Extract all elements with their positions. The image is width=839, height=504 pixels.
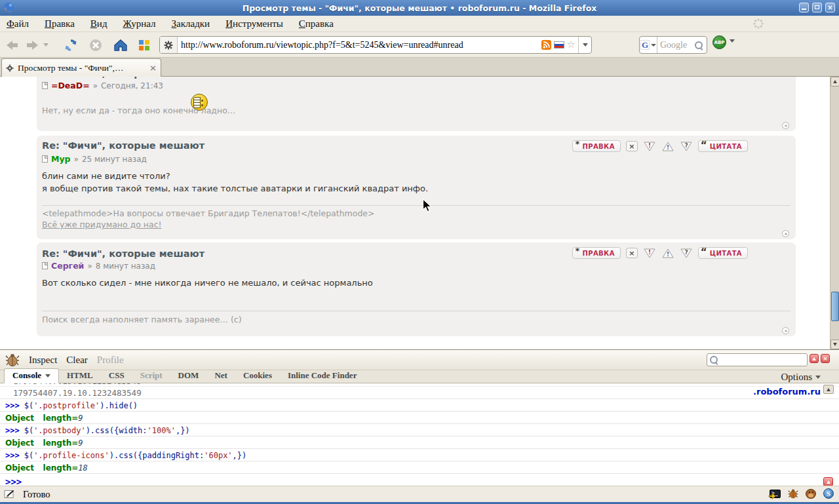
menu-history[interactable]: Журнал	[123, 18, 156, 29]
report-button[interactable]: !	[643, 141, 656, 152]
scrollbar-thumb[interactable]	[831, 292, 839, 321]
question-button[interactable]: ?	[680, 141, 693, 152]
console2-icon[interactable]: >_	[770, 490, 781, 498]
close-button[interactable]: ×	[825, 3, 835, 12]
bookmark-star-icon[interactable]: ☆	[567, 40, 576, 50]
menu-file[interactable]: Файл	[7, 18, 29, 29]
rss-icon[interactable]	[541, 40, 551, 50]
post-page-icon[interactable]	[42, 82, 48, 89]
console-command-row: >>>$('.profile-icons').css({paddingRight…	[0, 449, 839, 461]
post3-author[interactable]: Сергей	[51, 261, 84, 271]
quote-button[interactable]: “ЦИТАТА	[698, 247, 748, 259]
scroll-down-button[interactable]	[830, 339, 839, 349]
url-dropdown-button[interactable]	[578, 37, 591, 53]
firebug-tab-console[interactable]: Console	[4, 368, 59, 383]
back-to-top-button[interactable]	[782, 230, 789, 237]
back-to-top-button[interactable]	[782, 122, 789, 129]
firebug-options-button[interactable]: Options	[781, 372, 821, 383]
menu-tools[interactable]: Инструменты	[225, 18, 283, 29]
s-extension-icon[interactable]: S	[823, 488, 834, 499]
page-scrollbar[interactable]	[830, 77, 839, 349]
post1-author[interactable]: =DeaD=	[51, 81, 90, 90]
search-engine-button[interactable]: G	[640, 37, 657, 53]
console-command-line[interactable]: >>>	[0, 474, 839, 486]
menu-edit[interactable]: Правка	[45, 18, 75, 29]
reload-button[interactable]	[60, 32, 81, 58]
tab-close-icon[interactable]: ×	[149, 64, 157, 72]
object-link[interactable]: Object	[5, 463, 34, 473]
edit-button[interactable]: *ПРАВКА	[572, 140, 620, 152]
firebug-profile-button[interactable]: Profile	[97, 355, 124, 366]
status-text: Готово	[23, 489, 50, 500]
forward-button[interactable]	[24, 32, 41, 58]
speed-dial-icon[interactable]	[136, 32, 152, 58]
maximize-button[interactable]	[812, 3, 822, 12]
console-scroll-up-button[interactable]	[823, 385, 834, 394]
firebug-tab-net[interactable]: Net	[206, 369, 235, 383]
object-link[interactable]: Object	[5, 438, 34, 448]
menu-bookmarks[interactable]: Закладки	[172, 18, 210, 29]
stop-button[interactable]	[85, 32, 106, 58]
post-page-icon[interactable]	[42, 262, 48, 269]
object-link[interactable]: Object	[5, 414, 34, 423]
firebug-tab-cookies[interactable]: Cookies	[235, 369, 280, 383]
firebug-inspect-button[interactable]: Inspect	[29, 355, 57, 366]
post2-time: 25 минут назад	[82, 155, 147, 164]
post2-signature-link[interactable]: Всё уже придумано до нас!	[42, 220, 162, 229]
russian-flag-icon[interactable]	[554, 41, 564, 48]
post2-author[interactable]: Мур	[51, 154, 71, 164]
adblock-dropdown-icon[interactable]	[730, 43, 735, 54]
post2-meta: Мур » 25 минут назад	[42, 154, 147, 164]
firebug-search-box[interactable]	[707, 353, 808, 366]
tab-topic[interactable]: Просмотр темы - "Фичи",… ×	[1, 58, 161, 77]
firebug-clear-button[interactable]: Clear	[66, 355, 87, 366]
command-editor-toggle-button[interactable]	[823, 477, 833, 486]
mouse-cursor	[422, 199, 432, 213]
menu-view[interactable]: Вид	[90, 18, 107, 29]
search-bar[interactable]: G	[639, 36, 707, 54]
history-dropdown-icon[interactable]	[41, 32, 51, 58]
adblock-icon[interactable]: ABP	[712, 35, 726, 49]
delete-button[interactable]: ×	[626, 248, 638, 258]
warn-button[interactable]: !	[661, 248, 674, 259]
warn-button[interactable]: !	[661, 141, 674, 152]
post-page-icon[interactable]	[42, 155, 48, 163]
firebug-minimize-button[interactable]	[810, 354, 819, 363]
home-button[interactable]	[110, 32, 131, 58]
quote-button[interactable]: “ЦИТАТА	[698, 140, 748, 152]
window-title: Просмотр темы - "Фичи", которые мешают •…	[0, 3, 839, 13]
url-bar[interactable]: http://www.roboforum.ru/viewtopic.php?f=…	[159, 36, 592, 54]
console-result-row: Object length=18	[0, 461, 839, 474]
search-input[interactable]	[657, 39, 695, 51]
firebug-close-button[interactable]: ×	[821, 354, 830, 363]
greasemonkey-icon[interactable]	[806, 489, 816, 499]
menu-help[interactable]: Справка	[299, 18, 334, 29]
google-icon: G	[640, 40, 650, 50]
back-button[interactable]	[4, 32, 21, 58]
post2-body-line2: я вобще против такой темы, нах такие тол…	[42, 184, 428, 193]
question-button[interactable]: ?	[680, 248, 693, 259]
firebug-status-icon[interactable]	[788, 488, 798, 499]
url-input[interactable]: http://www.roboforum.ru/viewtopic.php?f=…	[178, 40, 541, 50]
console-command-row: >>>$('.postbody').css({width:'100%',})	[0, 424, 839, 436]
report-button[interactable]: !	[643, 248, 656, 259]
firebug-tab-html[interactable]: HTML	[59, 369, 101, 383]
firebug-tab-inline-code-finder[interactable]: Inline Code Finder	[280, 369, 364, 383]
minimize-button[interactable]	[799, 3, 809, 12]
firebug-search-input[interactable]	[720, 355, 807, 365]
console-source-link[interactable]: .roboforum.ru	[753, 387, 821, 397]
delete-button[interactable]: ×	[626, 141, 638, 151]
firebug-tab-dom[interactable]: DOM	[170, 369, 207, 383]
console-command-row: >>>$('.postprofile').hide()	[0, 399, 839, 412]
post2-title[interactable]: Re: "Фичи", которые мешают	[42, 140, 205, 151]
edit-button[interactable]: *ПРАВКА	[572, 247, 620, 259]
post3-title[interactable]: Re: "Фичи", которые мешают	[42, 248, 205, 259]
scroll-up-button[interactable]	[830, 77, 839, 87]
firebug-panel: Inspect Clear Profile × Console HTML CSS…	[0, 349, 839, 486]
firebug-tab-script[interactable]: Script	[132, 369, 170, 383]
firebug-tab-css[interactable]: CSS	[101, 369, 132, 383]
search-icon[interactable]	[695, 41, 703, 49]
site-favicon-gear-icon	[160, 37, 178, 53]
post1-signature: Нет, ну если да - тогда оно конечно ладн…	[42, 106, 235, 115]
back-to-top-button[interactable]	[782, 327, 789, 334]
